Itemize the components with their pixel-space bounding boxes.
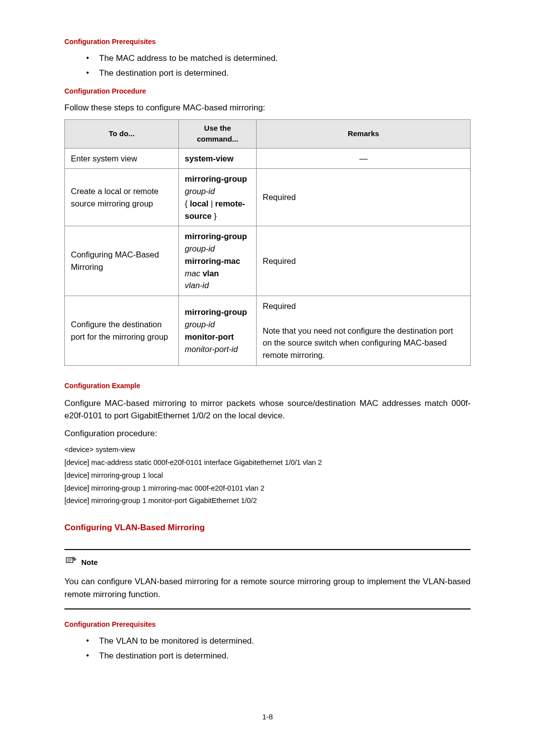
note-box: Note You can configure VLAN-based mirror… [64,549,471,610]
cell-cmd: mirroring-group group-id{ local | remote… [179,169,257,226]
code-line: [device] mirroring-group 1 mirroring-mac… [64,483,471,494]
table-row: Enter system view system-view — [65,148,471,169]
list-item: The VLAN to be monitored is determined. [85,635,471,648]
cell-cmd: mirroring-group group-idmirroring-mac ma… [179,226,257,296]
note-title: Note [81,557,98,568]
prereq-vlan-list: The VLAN to be monitored is determined. … [85,635,471,662]
list-item: The MAC address to be matched is determi… [85,52,471,65]
table-header-todo: To do... [65,119,179,148]
heading-prerequisites-mac: Configuration Prerequisites [64,37,471,47]
table-header-cmd: Use the command... [179,119,257,148]
cell-remarks: RequiredNote that you need not configure… [257,296,471,366]
cell-todo: Configure the destination port for the m… [65,296,179,366]
cell-remarks: Required [257,169,471,226]
heading-procedure: Configuration Procedure [64,86,471,97]
procedure-intro: Follow these steps to configure MAC-base… [64,101,471,114]
heading-example: Configuration Example [64,381,471,391]
list-item: The destination port is determined. [85,650,471,662]
example-procedure-label: Configuration procedure: [64,427,471,440]
prereq-mac-list: The MAC address to be matched is determi… [85,52,471,79]
cell-cmd: mirroring-group group-idmonitor-port mon… [179,296,257,366]
cell-todo: Configuring MAC-Based Mirroring [65,226,179,296]
note-header: Note [64,556,471,570]
table-row: Create a local or remote source mirrorin… [65,169,471,226]
config-table: To do... Use the command... Remarks Ente… [64,119,471,366]
table-row: Configuring MAC-Based Mirroring mirrorin… [65,226,471,296]
example-description: Configure MAC-based mirroring to mirror … [64,397,471,422]
cell-remarks: — [257,148,471,169]
cell-todo: Create a local or remote source mirrorin… [65,169,179,226]
heading-prerequisites-vlan: Configuration Prerequisites [64,619,471,630]
code-line: [device] mirroring-group 1 monitor-port … [64,496,471,506]
table-header-remarks: Remarks [257,119,471,148]
cell-remarks: Required [257,226,471,296]
note-body: You can configure VLAN-based mirroring f… [64,575,471,601]
code-line: [device] mirroring-group 1 local [64,470,471,481]
cell-todo: Enter system view [65,148,179,169]
list-item: The destination port is determined. [85,67,471,80]
code-line: [device] mac-address static 000f-e20f-01… [64,457,471,468]
cell-cmd: system-view [179,148,257,169]
heading-vlan-mirroring: Configuring VLAN-Based Mirroring [64,521,471,534]
table-row: Configure the destination port for the m… [65,296,471,366]
code-block: <device> system-view [device] mac-addres… [64,445,471,506]
code-line: <device> system-view [64,445,471,455]
page-number: 1-8 [64,711,471,723]
note-icon [64,556,77,570]
